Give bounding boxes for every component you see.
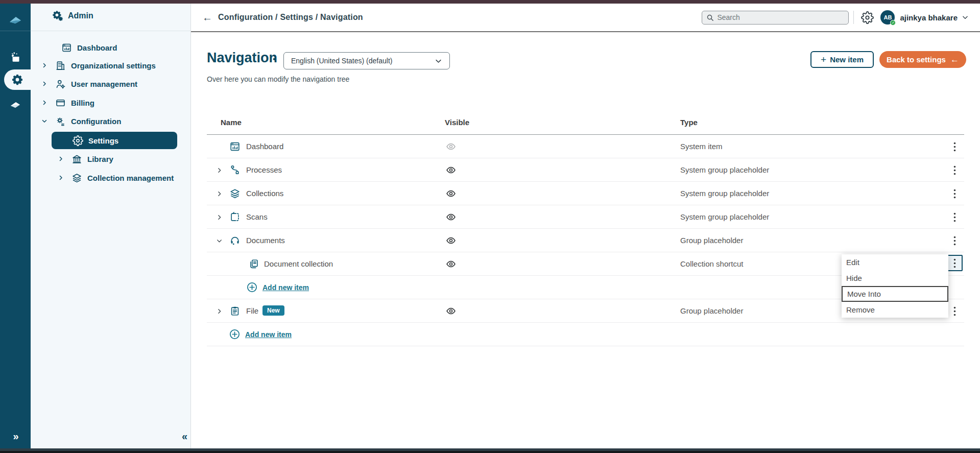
column-header-visible: Visible (445, 118, 469, 127)
row-label: Documents (246, 236, 285, 245)
chevron-right-icon[interactable] (215, 213, 223, 221)
visibility-eye-icon[interactable] (446, 141, 456, 152)
admin-sidebar: Admin Dashboard Orga (31, 4, 191, 448)
sidebar-collapse-button[interactable]: « (182, 431, 186, 442)
sidebar-item-settings[interactable]: Settings (52, 132, 177, 149)
back-to-settings-button[interactable]: Back to settings ← (879, 51, 966, 68)
brand-logo-icon[interactable] (0, 10, 31, 31)
sidebar-item-label: Library (87, 155, 113, 163)
back-arrow-icon[interactable]: ← (202, 12, 212, 22)
rail-collections-icon[interactable] (0, 94, 31, 115)
page-content: Navigation • English (United States) (de… (191, 32, 980, 448)
visibility-eye-icon[interactable] (446, 306, 456, 316)
plus-circle-icon (246, 281, 258, 293)
sidebar-item-collection-management[interactable]: Collection management (31, 169, 191, 186)
main-area: ← Configuration / Settings / Navigation (191, 4, 980, 448)
clipboard-icon (229, 305, 241, 317)
plus-circle-icon (229, 328, 241, 340)
add-new-item-label: Add new item (262, 283, 309, 292)
visibility-eye-icon[interactable] (446, 235, 456, 246)
row-type: Group placeholder (680, 236, 743, 245)
sidebar-item-library[interactable]: Library (31, 150, 191, 168)
visibility-eye-icon[interactable] (446, 188, 456, 199)
search-input[interactable] (717, 13, 844, 21)
row-label: File (246, 306, 258, 315)
page-subtitle: Over here you can modify the navigation … (207, 75, 349, 83)
sidebar-item-label: Configuration (71, 117, 121, 126)
row-menu-kebab-icon[interactable] (948, 162, 961, 178)
topbar-divider (853, 11, 854, 24)
table-row-processes: Processes System group placeholder (207, 158, 964, 182)
sidebar-item-billing[interactable]: Billing (31, 94, 191, 111)
row-type: System group placeholder (680, 165, 769, 174)
scan-document-icon (229, 211, 241, 223)
chevron-right-icon[interactable] (215, 307, 223, 315)
new-item-button[interactable]: + New item (810, 51, 874, 68)
context-menu-item-edit[interactable]: Edit (842, 254, 948, 270)
new-item-button-label: New item (830, 55, 864, 64)
row-menu-kebab-icon[interactable] (948, 303, 961, 319)
sidebar-item-user-management[interactable]: User management (31, 75, 191, 92)
user-menu-chevron-down-icon[interactable] (962, 14, 969, 21)
window-top-strip (0, 0, 980, 4)
user-name[interactable]: ajinkya bhakare (900, 13, 958, 22)
context-menu-item-move-into[interactable]: Move Into (842, 286, 948, 302)
sidebar-item-configuration[interactable]: Configuration (31, 112, 191, 130)
chevron-right-icon[interactable] (215, 189, 223, 198)
context-menu-item-hide[interactable]: Hide (842, 270, 948, 286)
headset-icon (229, 234, 241, 247)
row-type: System item (680, 142, 723, 151)
process-route-icon (229, 164, 241, 176)
visibility-eye-icon[interactable] (446, 165, 456, 175)
user-avatar[interactable]: AB ✓ (880, 10, 895, 25)
language-select-value: English (United States) (default) (291, 57, 392, 65)
row-menu-kebab-icon[interactable] (946, 255, 963, 271)
rail-divider (0, 31, 31, 31)
table-header: Name Visible Type (207, 110, 964, 135)
dashboard-icon (229, 140, 241, 153)
sidebar-divider (31, 31, 191, 31)
table-row-dashboard: Dashboard System item (207, 135, 964, 158)
sidebar-item-dashboard[interactable]: Dashboard (31, 39, 191, 56)
back-button-label: Back to settings (887, 55, 946, 64)
topbar: ← Configuration / Settings / Navigation (191, 4, 980, 32)
whats-new-icon[interactable] (0, 47, 31, 67)
chevron-down-icon[interactable] (215, 236, 223, 245)
visibility-eye-icon[interactable] (446, 259, 456, 269)
settings-gear-icon (71, 134, 84, 147)
rail-settings-active-pill[interactable] (4, 69, 31, 90)
online-status-badge: ✓ (890, 20, 896, 26)
rail-expand-button[interactable]: » (0, 431, 31, 442)
row-menu-kebab-icon[interactable] (948, 233, 961, 248)
add-new-item-link[interactable]: Add new item (246, 281, 309, 293)
app-shell: » Admin Dashboard (0, 4, 980, 448)
chevron-down-icon (435, 57, 442, 65)
sidebar-item-label: User management (71, 80, 137, 88)
sidebar-item-label: Collection management (87, 174, 174, 182)
table-row-scans: Scans System group placeholder (207, 205, 964, 229)
visibility-eye-icon[interactable] (446, 212, 456, 222)
sidebar-item-organizational-settings[interactable]: Organizational settings (31, 57, 191, 74)
add-new-item-label: Add new item (245, 330, 292, 339)
language-select[interactable]: English (United States) (default) (283, 52, 450, 69)
sidebar-item-label: Settings (88, 136, 118, 145)
add-new-item-link[interactable]: Add new item (229, 328, 292, 340)
chevron-right-icon[interactable] (215, 166, 223, 174)
chevron-right-icon (41, 62, 48, 69)
layers-icon (229, 187, 241, 200)
context-menu-item-remove[interactable]: Remove (842, 302, 948, 318)
chevron-right-icon (57, 174, 64, 181)
row-menu-kebab-icon[interactable] (948, 186, 961, 201)
search-box[interactable] (702, 11, 849, 25)
library-bank-icon (70, 153, 83, 165)
row-menu-kebab-icon[interactable] (948, 139, 961, 154)
search-icon (706, 14, 714, 21)
breadcrumb: Configuration / Settings / Navigation (218, 13, 363, 22)
icon-rail: » (0, 4, 31, 448)
row-type: Collection shortcut (680, 259, 743, 268)
document-copy-icon (248, 258, 260, 270)
topbar-settings-gear-icon[interactable] (861, 11, 874, 24)
row-menu-kebab-icon[interactable] (948, 209, 961, 225)
column-header-name: Name (221, 118, 242, 127)
row-label: Processes (246, 165, 282, 174)
